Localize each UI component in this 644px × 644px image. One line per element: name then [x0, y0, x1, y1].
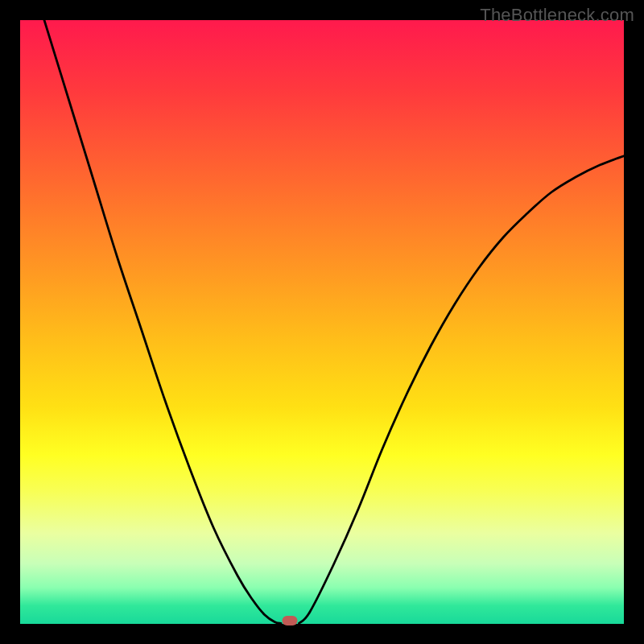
- plot-area: [20, 20, 624, 624]
- curve-right-branch: [299, 156, 625, 624]
- minimum-marker: [283, 616, 298, 625]
- chart-frame: TheBottleneck.com: [0, 0, 644, 644]
- curve-layer: [20, 20, 624, 624]
- watermark-label: TheBottleneck.com: [480, 5, 634, 26]
- curve-left-branch: [44, 20, 281, 623]
